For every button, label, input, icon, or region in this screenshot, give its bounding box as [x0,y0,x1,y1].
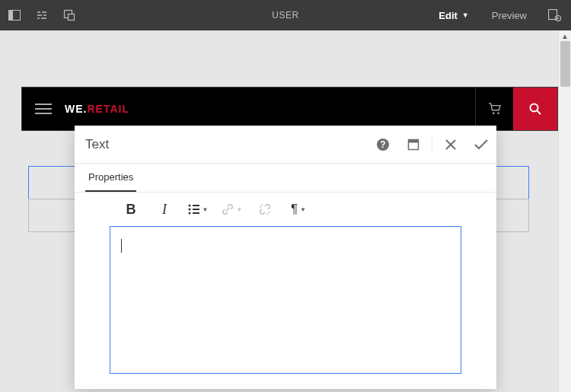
dialog-actions: ? [368,129,496,160]
svg-point-25 [188,209,190,211]
tab-properties[interactable]: Properties [85,171,136,192]
svg-point-27 [188,212,190,215]
help-icon: ? [376,138,390,151]
preview-button[interactable]: Preview [480,10,539,21]
pilcrow-icon: ¶ [291,202,298,217]
fullscreen-icon [407,139,419,151]
svg-line-29 [262,204,263,206]
bold-button[interactable]: B [114,197,148,221]
svg-text:?: ? [380,139,385,150]
site-header: WE.RETAIL [21,87,558,131]
dialog-title: Text [85,137,109,152]
cart-button[interactable] [475,88,513,130]
site-header-actions [475,88,557,130]
search-icon [528,102,542,116]
page-properties-icon[interactable] [539,9,571,21]
svg-point-13 [492,112,494,114]
link-button[interactable]: ▼ [215,197,248,221]
check-icon [474,139,489,151]
topbar-left-tools [0,8,76,22]
dialog-tabs: Properties [75,164,496,193]
menu-button[interactable] [22,104,65,114]
topbar-right-tools: Edit ▼ Preview [428,0,571,30]
unlink-icon [258,202,272,216]
svg-line-32 [269,212,270,212]
vertical-scrollbar[interactable]: ▲ [558,30,571,392]
rte-toolbar: B I ▼ ▼ ¶ ▼ [75,193,496,226]
emulator-icon[interactable] [62,8,76,22]
hamburger-icon [35,104,52,114]
paragraph-format-button[interactable]: ¶ ▼ [282,197,315,221]
cancel-button[interactable] [435,129,466,160]
help-button[interactable]: ? [368,129,398,160]
svg-line-30 [260,206,261,207]
dialog-header: Text ? [75,126,496,164]
scrollbar-thumb[interactable] [560,41,570,87]
close-icon [445,139,457,151]
brand-text-left: WE. [65,103,87,115]
text-component-dialog: Text ? Properties B [75,126,496,389]
svg-point-15 [531,104,538,112]
scroll-up-icon: ▲ [561,32,569,40]
page-info-icon[interactable] [35,8,49,22]
svg-point-14 [497,112,499,114]
rich-text-editor[interactable] [110,226,461,374]
side-panel-toggle-icon[interactable] [8,8,21,22]
svg-line-31 [267,213,268,215]
rte-area-wrapper [75,226,496,389]
chevron-down-icon: ▼ [203,206,209,213]
svg-point-12 [557,18,559,19]
current-page-label: USER [272,10,298,21]
list-button[interactable]: ▼ [181,197,215,221]
text-caret [121,239,122,253]
italic-button[interactable]: I [148,197,181,221]
svg-line-16 [538,111,541,115]
list-icon [188,204,200,215]
fullscreen-button[interactable] [398,129,429,160]
brand-logo[interactable]: WE.RETAIL [65,103,129,115]
brand-text-right: RETAIL [87,103,129,115]
unlink-button[interactable] [248,197,282,221]
svg-rect-20 [409,139,419,142]
search-button[interactable] [513,88,557,130]
done-button[interactable] [466,129,496,160]
chevron-down-icon: ▼ [462,11,469,19]
mode-selector[interactable]: Edit ▼ [428,10,479,21]
preview-label: Preview [492,10,527,21]
divider [432,136,432,153]
chevron-down-icon: ▼ [300,206,306,213]
mode-selector-label: Edit [439,10,458,21]
svg-rect-9 [69,14,75,21]
link-icon [221,202,234,216]
page-canvas: ▲ WE.RETAIL Text [0,30,571,392]
svg-rect-1 [9,11,13,20]
editor-topbar: USER Edit ▼ Preview [0,0,571,30]
svg-point-23 [188,205,190,207]
chevron-down-icon: ▼ [237,206,243,213]
cart-icon [488,103,502,115]
